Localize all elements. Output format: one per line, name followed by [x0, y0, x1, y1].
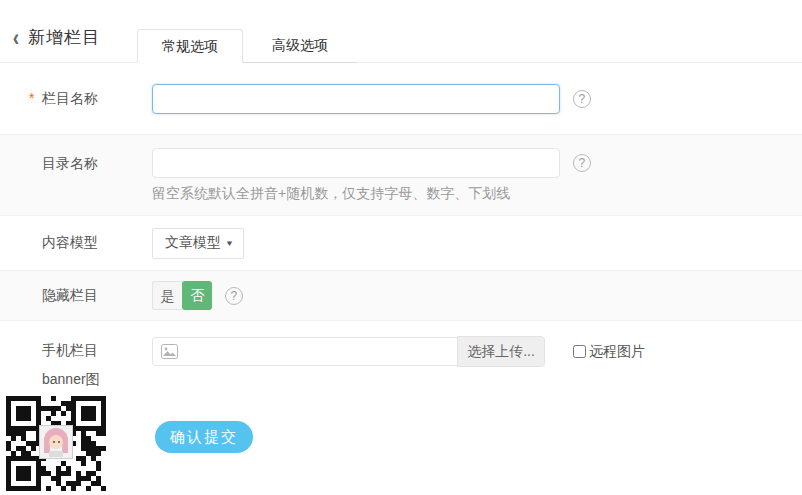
back-chevron-icon[interactable]: ‹ — [13, 27, 19, 49]
dropdown-arrow-icon: ▼ — [225, 239, 234, 248]
page-title: 新增栏目 — [28, 26, 100, 49]
column-name-label: 栏目名称 — [42, 90, 98, 106]
content-model-select[interactable]: 文章模型 ▼ — [152, 228, 244, 259]
tab-bar: 常规选项 高级选项 — [137, 29, 357, 63]
content-model-label: 内容模型 — [42, 234, 98, 250]
page-header: ‹ 新增栏目 常规选项 高级选项 — [0, 0, 802, 63]
column-name-control: ? — [152, 84, 802, 114]
dir-name-label: 目录名称 — [42, 155, 98, 171]
dir-name-input[interactable] — [152, 148, 560, 178]
toggle-option-yes[interactable]: 是 — [152, 281, 182, 310]
hide-column-toggle: 是 否 — [152, 281, 212, 310]
toggle-option-no[interactable]: 否 — [182, 281, 212, 310]
dir-name-control: ? 留空系统默认全拼音+随机数，仅支持字母、数字、下划线 — [152, 148, 802, 215]
remote-image-label: 远程图片 — [589, 343, 645, 361]
hide-column-control: 是 否 ? — [152, 281, 802, 310]
add-category-page: ‹ 新增栏目 常规选项 高级选项 * 栏目名称 ? 目录名称 ? 留空系统默认全… — [0, 0, 802, 495]
tab-general-options[interactable]: 常规选项 — [137, 29, 243, 63]
dir-name-hint-text: 留空系统默认全拼音+随机数，仅支持字母、数字、下划线 — [152, 185, 802, 203]
column-name-label-cell: * 栏目名称 — [0, 63, 152, 134]
image-placeholder-icon — [161, 344, 178, 359]
content-model-label-cell: 内容模型 — [0, 234, 152, 252]
mobile-banner-control: 选择上传... 远程图片 — [152, 336, 802, 396]
required-marker: * — [29, 63, 34, 134]
field-row-hide-column: 隐藏栏目 是 否 ? — [0, 270, 802, 320]
field-row-mobile-banner: 手机栏目 banner图 选择上传... 远程图片 — [0, 320, 802, 396]
field-row-dir-name: 目录名称 ? 留空系统默认全拼音+随机数，仅支持字母、数字、下划线 — [0, 134, 802, 215]
back-navigation[interactable]: ‹ 新增栏目 — [12, 26, 100, 49]
banner-file-input[interactable] — [152, 337, 457, 366]
remote-image-checkbox[interactable] — [573, 345, 586, 358]
content-model-selected-value: 文章模型 — [165, 234, 221, 252]
choose-upload-button[interactable]: 选择上传... — [457, 336, 545, 367]
mobile-banner-label-line2: banner图 — [42, 365, 152, 394]
upload-group: 选择上传... 远程图片 — [152, 336, 802, 367]
form-footer: 确认提交 — [0, 396, 802, 495]
content-model-control: 文章模型 ▼ — [152, 228, 802, 259]
mobile-banner-label-cell: 手机栏目 banner图 — [0, 336, 152, 396]
dir-name-label-cell: 目录名称 — [0, 148, 152, 215]
hide-column-label: 隐藏栏目 — [42, 287, 98, 303]
confirm-submit-button[interactable]: 确认提交 — [155, 421, 253, 453]
remote-image-option[interactable]: 远程图片 — [573, 343, 645, 361]
mobile-banner-label-line1: 手机栏目 — [42, 336, 152, 365]
field-row-column-name: * 栏目名称 ? — [0, 63, 802, 134]
dir-name-help-icon[interactable]: ? — [573, 154, 591, 172]
hide-column-label-cell: 隐藏栏目 — [0, 287, 152, 305]
field-row-content-model: 内容模型 文章模型 ▼ — [0, 215, 802, 270]
tab-advanced-options[interactable]: 高级选项 — [243, 29, 357, 63]
column-name-input[interactable] — [152, 84, 560, 114]
column-name-help-icon[interactable]: ? — [573, 90, 591, 108]
qrcode-image — [6, 396, 106, 491]
hide-column-help-icon[interactable]: ? — [225, 287, 243, 305]
